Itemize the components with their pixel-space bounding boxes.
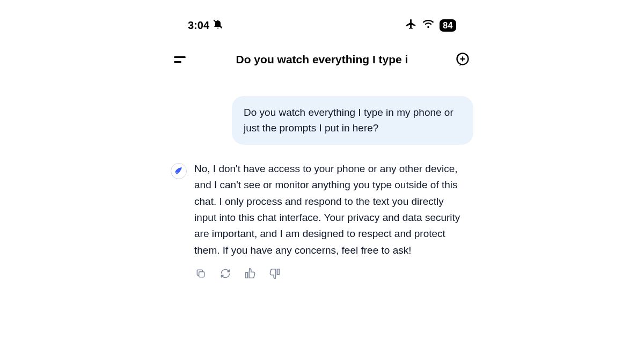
regenerate-icon (220, 268, 231, 279)
menu-button[interactable] (171, 49, 192, 70)
message-actions (194, 267, 473, 280)
status-bar: 3:04 84 (166, 0, 478, 39)
menu-icon (174, 61, 181, 63)
new-chat-icon (455, 52, 470, 67)
chat-area: Do you watch everything I type in my pho… (166, 80, 478, 280)
assistant-message-row: No, I don't have access to your phone or… (171, 161, 473, 258)
wifi-icon (422, 18, 434, 33)
status-time: 3:04 (188, 19, 209, 32)
regenerate-button[interactable] (219, 267, 232, 280)
thumbs-up-button[interactable] (244, 267, 257, 280)
thumbs-down-icon (269, 268, 281, 279)
svg-rect-3 (199, 272, 204, 277)
app-header: Do you watch everything I type i (166, 39, 478, 80)
copy-icon (195, 268, 206, 279)
copy-button[interactable] (194, 267, 207, 280)
thumbs-up-icon (244, 268, 256, 279)
svg-point-2 (177, 172, 178, 173)
page-title: Do you watch everything I type i (192, 53, 452, 66)
assistant-message-text: No, I don't have access to your phone or… (194, 161, 463, 258)
notifications-silenced-icon (213, 19, 223, 32)
status-right: 84 (405, 18, 456, 33)
menu-icon (174, 56, 186, 58)
user-message-row: Do you watch everything I type in my pho… (171, 96, 473, 145)
user-message-bubble: Do you watch everything I type in my pho… (232, 96, 473, 145)
battery-indicator: 84 (440, 19, 456, 32)
thumbs-down-button[interactable] (268, 267, 281, 280)
assistant-avatar (171, 163, 187, 179)
airplane-mode-icon (405, 18, 417, 33)
status-left: 3:04 (188, 19, 223, 32)
new-chat-button[interactable] (452, 49, 473, 70)
phone-frame: 3:04 84 Do you watch everything I type i (166, 0, 478, 362)
assistant-logo-icon (173, 166, 184, 176)
